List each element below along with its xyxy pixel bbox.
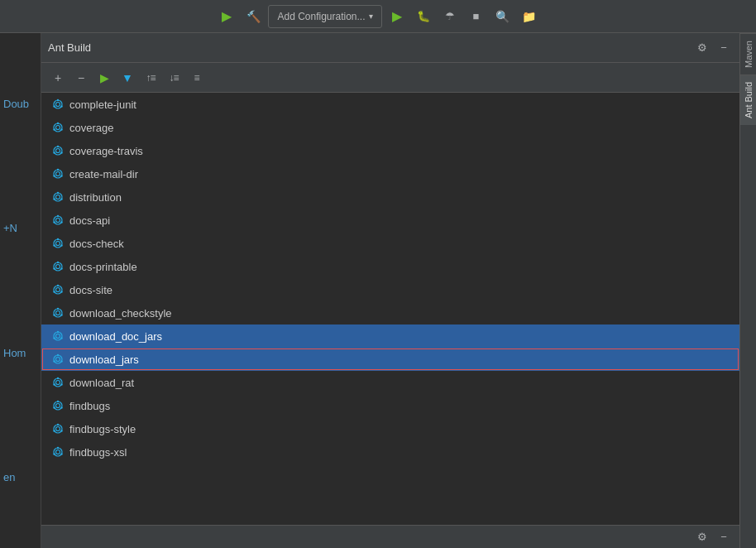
- bottom-settings-button[interactable]: ⚙: [693, 528, 711, 546]
- list-item[interactable]: findbugs-xsl: [41, 440, 739, 464]
- sidebar-tab-maven[interactable]: Maven: [740, 33, 756, 75]
- svg-point-47: [57, 308, 59, 310]
- svg-point-66: [56, 404, 60, 408]
- list-item-label: distribution: [69, 191, 122, 204]
- svg-point-14: [60, 151, 62, 153]
- svg-point-77: [57, 447, 59, 449]
- list-item[interactable]: coverage: [41, 116, 739, 139]
- debug-button[interactable]: 🐛: [412, 5, 435, 28]
- list-item[interactable]: docs-check: [41, 232, 739, 255]
- svg-point-17: [57, 169, 59, 171]
- list-item[interactable]: coverage-travis: [41, 139, 739, 162]
- svg-point-43: [53, 291, 55, 292]
- top-toolbar: ▶ 🔨 Add Configuration... ▾ ▶ 🐛 ☂ ■ 🔍 📁: [0, 0, 756, 33]
- ant-target-icon: [51, 167, 65, 180]
- list-item-label: coverage: [69, 122, 113, 134]
- panel-header-actions: ⚙ −: [693, 39, 733, 57]
- left-text-2: +N: [3, 222, 17, 234]
- svg-point-2: [57, 99, 59, 101]
- list-item[interactable]: download_jars: [41, 348, 739, 371]
- svg-point-53: [53, 337, 55, 339]
- list-item[interactable]: distribution: [41, 185, 739, 209]
- svg-point-7: [57, 123, 59, 124]
- svg-point-3: [53, 105, 55, 107]
- main-panel: Ant Build ⚙ − + − ▶ ▼ ↑≡ ↓≡ ≡ complete-j…: [41, 33, 739, 548]
- ant-target-icon: [51, 445, 65, 459]
- svg-point-32: [57, 238, 59, 240]
- svg-point-61: [56, 381, 60, 385]
- svg-point-10: [54, 147, 62, 155]
- svg-point-44: [60, 291, 62, 292]
- svg-point-46: [56, 311, 60, 315]
- svg-point-65: [54, 401, 62, 410]
- add-configuration-button[interactable]: Add Configuration... ▾: [268, 5, 381, 28]
- list-item[interactable]: docs-site: [41, 278, 739, 301]
- stop-button[interactable]: ■: [465, 5, 488, 28]
- coverage-button[interactable]: ☂: [438, 5, 462, 28]
- svg-point-20: [54, 193, 62, 201]
- svg-point-42: [57, 285, 59, 286]
- list-item[interactable]: findbugs: [41, 394, 739, 417]
- svg-point-22: [57, 192, 59, 194]
- svg-point-4: [60, 105, 62, 107]
- more-button[interactable]: 📁: [518, 5, 541, 28]
- run-list-button[interactable]: ▶: [94, 68, 114, 88]
- list-item-label: download_jars: [69, 353, 139, 366]
- list-item[interactable]: create-mail-dir: [41, 162, 739, 185]
- svg-point-36: [56, 265, 60, 269]
- ant-target-icon: [51, 214, 65, 227]
- svg-point-57: [57, 354, 59, 356]
- panel-title: Ant Build: [48, 41, 91, 54]
- ant-build-icon[interactable]: 🔨: [242, 5, 265, 28]
- chevron-down-icon: ▾: [369, 12, 373, 21]
- svg-point-40: [54, 286, 62, 294]
- svg-point-67: [57, 401, 59, 402]
- list-item[interactable]: docs-api: [41, 209, 739, 232]
- svg-point-62: [57, 377, 59, 379]
- execute-button[interactable]: ▶: [385, 5, 409, 28]
- list-item[interactable]: findbugs-style: [41, 417, 739, 440]
- svg-point-19: [60, 175, 62, 176]
- run-button[interactable]: ▶: [215, 5, 238, 28]
- ant-target-icon: [51, 98, 65, 111]
- list-item[interactable]: docs-printable: [41, 255, 739, 278]
- left-text-1: Doub: [3, 98, 29, 110]
- ant-target-icon: [51, 260, 65, 273]
- settings-button[interactable]: ⚙: [693, 39, 711, 57]
- svg-point-76: [56, 450, 60, 454]
- ant-target-icon: [51, 353, 65, 366]
- list-item-label: download_rat: [69, 377, 134, 389]
- svg-point-39: [60, 267, 62, 269]
- more-settings-button[interactable]: ≡: [187, 68, 207, 88]
- svg-point-71: [56, 427, 60, 431]
- minimize-button[interactable]: −: [715, 39, 733, 57]
- ant-target-icon: [51, 144, 65, 157]
- sort-asc-button[interactable]: ↑≡: [141, 68, 160, 88]
- svg-point-29: [60, 221, 62, 223]
- filter-button[interactable]: ▼: [117, 68, 137, 88]
- svg-point-0: [54, 100, 62, 108]
- list-item[interactable]: download_checkstyle: [41, 301, 739, 324]
- search-button[interactable]: 🔍: [491, 5, 514, 28]
- left-text-4: en: [3, 471, 15, 483]
- svg-point-34: [60, 244, 62, 246]
- list-item-label: download_checkstyle: [69, 307, 172, 320]
- svg-point-68: [53, 406, 55, 408]
- svg-point-16: [56, 172, 60, 176]
- list-item[interactable]: complete-junit: [41, 93, 739, 116]
- list-item[interactable]: download_rat: [41, 371, 739, 394]
- remove-button[interactable]: −: [71, 68, 91, 88]
- sort-desc-button[interactable]: ↓≡: [164, 68, 184, 88]
- svg-point-33: [53, 244, 55, 246]
- svg-point-54: [60, 337, 62, 339]
- svg-point-45: [54, 309, 62, 317]
- add-button[interactable]: +: [48, 68, 68, 88]
- bottom-minimize-button[interactable]: −: [715, 528, 733, 546]
- svg-point-37: [57, 262, 59, 263]
- svg-point-50: [54, 332, 62, 340]
- svg-point-70: [54, 425, 62, 433]
- list-item[interactable]: download_doc_jars: [41, 324, 739, 348]
- sidebar-tab-ant-build[interactable]: Ant Build: [740, 75, 756, 125]
- svg-point-26: [56, 219, 60, 223]
- svg-point-35: [54, 262, 62, 271]
